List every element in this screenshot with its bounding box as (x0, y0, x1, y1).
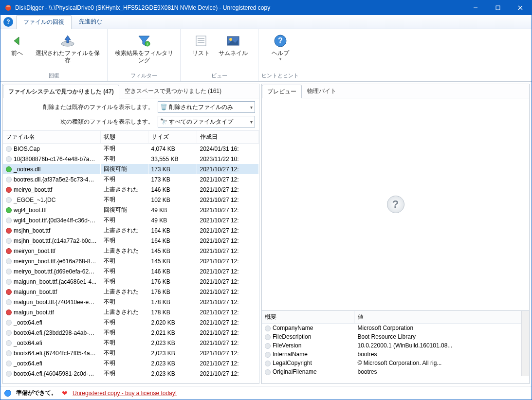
filter-results-button[interactable]: + 検索結果をフィルタリング (110, 32, 178, 65)
list-icon (193, 33, 209, 49)
trash-icon: 🗑️ (160, 104, 167, 110)
table-row[interactable]: 10{3808876b-c176-4e48-b7ae-0...不明33,555 … (3, 154, 259, 164)
status-dot-icon (6, 320, 12, 326)
table-row[interactable]: meiryon_boot.ttf上書きされた145 KB2021/10/27 1… (3, 246, 259, 256)
app-window: DiskDigger - \\.\PhysicalDrive0 (SKHynix… (0, 0, 532, 400)
col-value[interactable]: 値 (354, 311, 521, 324)
property-row[interactable]: LegalCopyright© Microsoft Corporation. A… (262, 359, 521, 367)
property-row[interactable]: OriginalFilenamebootres (262, 367, 521, 376)
status-dot-icon (6, 350, 12, 356)
property-row[interactable]: InternalNamebootres (262, 350, 521, 359)
bullet-icon (265, 343, 271, 349)
svg-rect-9 (196, 36, 206, 46)
tab-filesystem-found[interactable]: ファイルシステムで見つかりました (47) (3, 85, 119, 98)
bullet-icon (265, 369, 271, 375)
table-row[interactable]: malgunn_boot.ttf.{ac4686e1-4...不明176 KB2… (3, 276, 259, 287)
filter-type-combo[interactable]: 🔭すべてのファイルタイプ ▾ (158, 116, 255, 127)
table-row[interactable]: bootx64.efi.{46045981-2c0d-41...不明2,023 … (3, 368, 259, 379)
status-dot-icon (6, 228, 12, 234)
col-size[interactable]: サイズ (148, 131, 197, 144)
filter-deleted-label: 削除または既存のファイルを表示します。 (7, 103, 154, 111)
col-created[interactable]: 作成日 (197, 131, 259, 144)
table-row[interactable]: malgun_boot.ttf.{740410ee-e7e...不明178 KB… (3, 297, 259, 307)
bullet-icon (265, 361, 271, 366)
main-tabstrip: ? ファイルの回復 先進的な (0, 15, 532, 29)
tab-advanced[interactable]: 先進的な (72, 15, 110, 29)
save-selected-button[interactable]: 選択されたファイルを保存 (31, 32, 104, 65)
thumbnail-view-button[interactable]: サムネイル (215, 32, 252, 58)
status-dot-icon (6, 371, 12, 377)
funnel-icon: + (136, 33, 152, 49)
titlebar[interactable]: DiskDigger - \\.\PhysicalDrive0 (SKHynix… (0, 0, 532, 15)
minimize-button[interactable] (464, 0, 487, 15)
close-button[interactable] (509, 0, 532, 15)
list-view-button[interactable]: リスト (187, 32, 215, 58)
col-filename[interactable]: ファイル名 (3, 131, 100, 144)
status-dot-icon (6, 156, 12, 162)
status-dot-icon (6, 299, 12, 305)
bullet-icon (265, 334, 271, 340)
status-dot-icon (6, 309, 12, 315)
status-dot-icon (6, 340, 12, 346)
status-dot-icon (6, 269, 12, 274)
table-row[interactable]: BIOS.Cap不明4,074 KB2024/01/31 16: (3, 144, 259, 154)
status-dot-icon (6, 289, 12, 295)
tab-file-recovery[interactable]: ファイルの回復 (16, 15, 72, 29)
table-row[interactable]: malgunn_boot.ttf上書きされた176 KB2021/10/27 1… (3, 287, 259, 297)
svg-point-14 (229, 38, 232, 41)
status-dot-icon (6, 258, 12, 264)
status-dot-icon (6, 177, 12, 182)
property-row[interactable]: CompanyNameMicrosoft Corporation (262, 324, 521, 333)
ribbon: 前へ 選択されたファイルを保存 回復 + 検索結果をフィルタリング フィルター (0, 29, 532, 82)
col-overview[interactable]: 概要 (262, 311, 354, 324)
left-panel: ファイルシステムで見つかりました (47) 空きスペースで見つかりました (16… (2, 84, 259, 384)
table-row[interactable]: _ootres.dll回復可能173 KB2021/10/27 12: (3, 164, 259, 174)
table-row[interactable]: meiryon_boot.ttf.{e616a268-86...不明145 KB… (3, 256, 259, 266)
table-row[interactable]: bootx64.efi.{67404fcf-7f05-4ac...不明2,023… (3, 348, 259, 358)
properties-grid[interactable]: 概要 値 CompanyNameMicrosoft CorporationFil… (262, 310, 529, 383)
table-row[interactable]: _ootx64.efi不明2,023 KB2021/10/27 12: (3, 338, 259, 348)
back-button[interactable]: 前へ (3, 32, 31, 58)
maximize-button[interactable] (487, 0, 509, 15)
status-dot-icon (6, 238, 12, 244)
chevron-down-icon: ▾ (250, 105, 253, 110)
file-table[interactable]: ファイル名 状態 サイズ 作成日 BIOS.Cap不明4,074 KB2024/… (3, 130, 259, 383)
app-icon (4, 4, 12, 12)
chevron-down-icon: ▾ (279, 57, 281, 61)
filter-deleted-combo[interactable]: 🗑️削除されたファイルのみ ▾ (158, 101, 255, 113)
window-title: DiskDigger - \\.\PhysicalDrive0 (SKHynix… (15, 4, 464, 11)
table-row[interactable]: _ootx64.efi不明2,023 KB2021/10/27 12: (3, 358, 259, 368)
help-circle-icon: ? (273, 33, 288, 49)
status-dot-icon (6, 330, 12, 336)
heart-icon: ❤ (62, 389, 68, 397)
scrollbar[interactable] (521, 311, 529, 376)
tab-freespace-found[interactable]: 空きスペースで見つかりました (161) (119, 84, 227, 98)
table-row[interactable]: malgun_boot.ttf上書きされた178 KB2021/10/27 12… (3, 307, 259, 317)
chevron-down-icon: ▾ (250, 119, 253, 125)
ribbon-group-filter: フィルター (108, 71, 180, 81)
table-row[interactable]: bootx64.efi.{23bdd298-a4ab-43...不明2,021 … (3, 327, 259, 338)
help-icon[interactable]: ? (3, 17, 13, 27)
col-status[interactable]: 状態 (100, 131, 148, 144)
table-row[interactable]: _EGOE_~1.{DC不明102 KB2021/10/27 12: (3, 195, 259, 205)
table-row[interactable]: msjhn_boot.ttf上書きされた164 KB2021/10/27 12: (3, 225, 259, 236)
table-row[interactable]: meiryo_boot.ttf上書きされた146 KB2021/10/27 12… (3, 184, 259, 195)
question-mark-icon: ? (387, 196, 404, 213)
unregistered-link[interactable]: Unregistered copy - buy a license today! (73, 390, 177, 397)
help-button[interactable]: ? ヘルプ ▾ (267, 32, 294, 62)
status-dot-icon (6, 218, 12, 223)
bullet-icon (265, 326, 271, 331)
tab-physical-bytes[interactable]: 物理バイト (302, 84, 342, 98)
table-row[interactable]: _ootx64.efi不明2,020 KB2021/10/27 12: (3, 317, 259, 327)
property-row[interactable]: FileDescriptionBoot Resource Library (262, 332, 521, 341)
tab-preview[interactable]: プレビュー (262, 85, 302, 98)
ribbon-group-recovery: 回復 (0, 71, 107, 81)
property-row[interactable]: FileVersion10.0.22000.1 (WinBuild.160101… (262, 341, 521, 350)
table-row[interactable]: meiryo_boot.ttf.{d69e0efa-6219...不明146 K… (3, 266, 259, 276)
table-row[interactable]: wgl4_boot.ttf回復可能49 KB2021/10/27 12: (3, 205, 259, 215)
status-dot-icon (6, 361, 12, 366)
table-row[interactable]: msjhn_boot.ttf.{c14a77a2-b0c9...不明164 KB… (3, 236, 259, 246)
table-row[interactable]: bootres.dll.{af37a5e2-5c73-4ab...不明173 K… (3, 174, 259, 184)
status-dot-icon (6, 146, 12, 152)
table-row[interactable]: wgl4_boot.ttf.{0d34e4ff-c36d-4...不明49 KB… (3, 215, 259, 225)
